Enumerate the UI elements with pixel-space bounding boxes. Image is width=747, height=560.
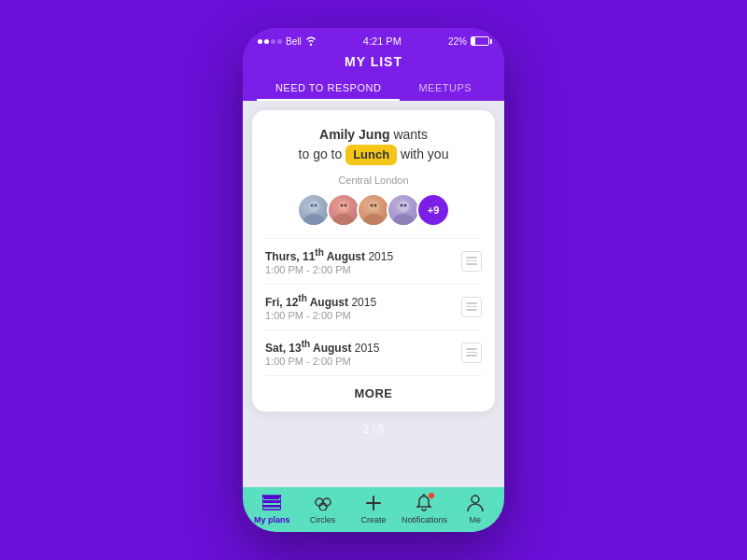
svg-point-16 [393,214,414,225]
avatar-4 [387,193,420,227]
location-label: Central London [265,175,482,186]
cal-line [466,302,477,304]
tab-meetups[interactable]: MEETUPS [400,77,490,101]
nav-me[interactable]: Me [450,493,500,525]
tab-need-to-respond[interactable]: NEED TO RESPOND [257,77,400,101]
wifi-icon [305,36,317,46]
dot-4 [277,39,282,44]
page-title: MY LIST [243,54,504,69]
date-label-3: Sat, 13th August 2015 [265,339,379,355]
svg-point-12 [368,201,379,212]
date-item-3: Sat, 13th August 2015 1:00 PM - 2:00 PM [265,329,482,375]
nav-my-plans-label: My plans [254,515,290,525]
nav-notifications-label: Notifications [402,515,447,525]
circles-icon [313,493,333,513]
nav-create[interactable]: Create [348,493,399,525]
date-year-3: 2015 [355,342,380,355]
date-label-2: Fri, 12th August 2015 [265,293,376,309]
nav-my-plans[interactable]: My plans [247,493,297,525]
signal-dots [258,39,282,44]
svg-point-14 [374,203,377,206]
calendar-icon-1[interactable] [461,251,482,272]
avatar-1 [297,193,331,227]
pagination: 2 / 5 [362,419,384,440]
svg-point-8 [341,203,344,206]
date-info-3: Sat, 13th August 2015 1:00 PM - 2:00 PM [265,339,379,367]
cal-line [466,355,477,357]
date-time-3: 1:00 PM - 2:00 PM [265,356,379,367]
svg-rect-25 [264,501,279,503]
status-left: Bell [258,36,317,47]
svg-point-6 [333,214,354,225]
nav-circles[interactable]: Circles [297,493,347,525]
dot-2 [264,39,269,44]
nav-me-label: Me [470,515,482,525]
cal-line [466,263,477,265]
date-time-2: 1:00 PM - 2:00 PM [265,310,376,321]
invite-card: Amily Jung wants to go to Lunch with you… [252,110,495,412]
more-button[interactable]: MORE [265,375,482,412]
calendar-icon-2[interactable] [461,297,482,317]
phone-container: Bell 4:21 PM 22% MY LIST NEED TO RESPOND… [243,28,504,532]
svg-point-19 [404,203,407,206]
battery-percent: 22% [448,36,467,47]
svg-point-1 [303,214,324,225]
invite-preposition: to go to [299,147,346,161]
date-bold-3: Sat, 13th August [265,342,351,355]
calendar-icon-3[interactable] [461,343,482,363]
status-bar: Bell 4:21 PM 22% [243,28,504,50]
svg-rect-24 [264,497,279,499]
inviter-name: Amily Jung [319,127,389,142]
svg-point-17 [398,201,409,212]
battery-icon [471,36,489,46]
svg-point-4 [315,203,317,206]
date-item-2: Fri, 12th August 2015 1:00 PM - 2:00 PM [265,284,482,329]
svg-point-32 [472,496,479,503]
avatar-3 [357,193,390,227]
nav-circles-label: Circles [310,515,336,525]
nav-notifications[interactable]: Notifications [399,493,449,525]
cal-line [466,352,477,354]
date-bold-2: Fri, 12th August [265,296,348,309]
bottom-nav: My plans Circles Create [243,487,504,532]
svg-point-18 [401,203,403,206]
date-item-1: Thurs, 11th August 2015 1:00 PM - 2:00 P… [265,238,482,284]
status-right: 22% [448,36,489,47]
cal-line [466,309,477,311]
svg-rect-26 [264,505,274,507]
invite-action: wants [393,127,428,142]
tab-bar: NEED TO RESPOND MEETUPS [243,77,504,101]
date-info-2: Fri, 12th August 2015 1:00 PM - 2:00 PM [265,293,376,321]
activity-badge: Lunch [345,145,397,165]
dot-3 [271,39,275,44]
date-time-1: 1:00 PM - 2:00 PM [265,264,393,275]
avatar-2 [327,193,360,227]
person-icon [465,493,486,513]
cal-line [466,257,477,259]
battery-fill [472,37,475,45]
svg-point-7 [338,201,349,212]
cal-line [466,348,477,350]
notification-badge [429,493,434,498]
avatar-group: +9 [265,193,482,227]
title-bar: MY LIST [243,50,504,77]
date-year-2: 2015 [351,296,376,309]
avatar-more: +9 [416,193,450,227]
invite-suffix: with you [401,147,448,161]
main-content: Amily Jung wants to go to Lunch with you… [243,101,504,487]
date-label-1: Thurs, 11th August 2015 [265,247,393,263]
carrier-label: Bell [286,36,302,47]
cal-line [466,306,477,308]
nav-create-label: Create [361,515,387,525]
bell-icon [414,493,434,513]
svg-point-3 [311,203,314,206]
card-header: Amily Jung wants to go to Lunch with you [265,125,482,165]
time-display: 4:21 PM [363,35,402,47]
date-list: Thurs, 11th August 2015 1:00 PM - 2:00 P… [265,238,482,375]
plus-icon [363,493,384,513]
date-info-1: Thurs, 11th August 2015 1:00 PM - 2:00 P… [265,247,393,275]
svg-point-9 [345,203,347,206]
dot-1 [258,39,262,44]
svg-point-2 [308,201,319,212]
svg-point-11 [363,214,384,225]
